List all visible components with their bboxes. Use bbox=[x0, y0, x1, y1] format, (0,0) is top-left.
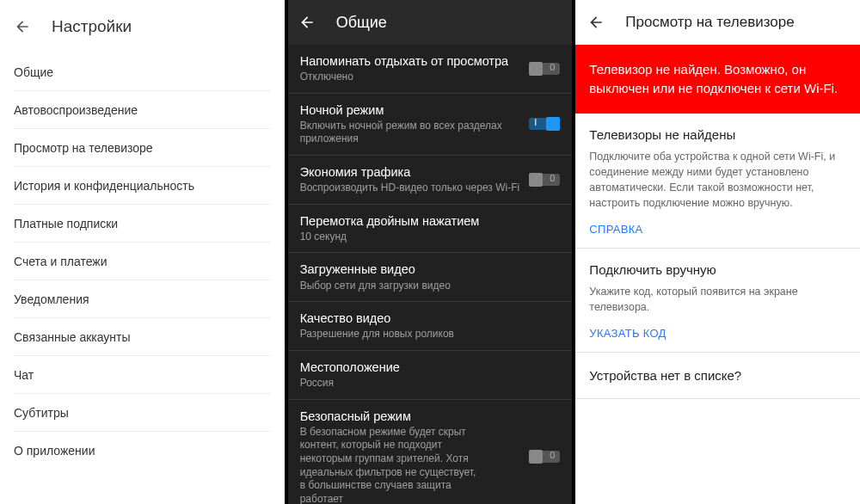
setting-sub: Включить ночной режим во всех разделах п… bbox=[300, 120, 523, 146]
header: Просмотр на телевизоре bbox=[575, 0, 860, 45]
general-settings-screen: Общие Напоминать отдыхать от просмотра О… bbox=[288, 0, 573, 504]
list-item-label: Общие bbox=[14, 65, 53, 79]
settings-item-autoplay[interactable]: Автовоспроизведение bbox=[14, 91, 271, 129]
section-desc: Подключите оба устройства к одной сети W… bbox=[589, 149, 846, 212]
list-item-label: История и конфиденциальность bbox=[14, 179, 194, 193]
manual-connect-section: Подключить вручную Укажите код, который … bbox=[575, 249, 860, 353]
settings-screen: Настройки Общие Автовоспроизведение Прос… bbox=[0, 0, 285, 504]
setting-label: Качество видео bbox=[300, 310, 561, 326]
setting-label: Местоположение bbox=[300, 360, 561, 375]
setting-sub: Выбор сети для загрузки видео bbox=[300, 280, 561, 293]
setting-double-tap-seek[interactable]: Перемотка двойным нажатием 10 секунд bbox=[288, 205, 573, 254]
list-item-label: Связанные аккаунты bbox=[14, 330, 131, 344]
general-settings-list: Напоминать отдыхать от просмотра Отключе… bbox=[288, 45, 573, 504]
page-title: Просмотр на телевизоре bbox=[625, 14, 794, 31]
settings-item-history[interactable]: История и конфиденциальность bbox=[14, 167, 271, 205]
setting-label: Перемотка двойным нажатием bbox=[300, 213, 561, 229]
toggle-switch[interactable] bbox=[529, 174, 560, 186]
setting-dark-theme[interactable]: Ночной режим Включить ночной режим во вс… bbox=[288, 94, 573, 156]
settings-item-chat[interactable]: Чат bbox=[14, 356, 271, 394]
settings-item-accounts[interactable]: Связанные аккаунты bbox=[14, 318, 271, 356]
page-title: Общие bbox=[336, 14, 387, 32]
list-item-label: Уведомления bbox=[14, 292, 89, 306]
section-desc: Укажите код, который появится на экране … bbox=[589, 284, 846, 315]
setting-label: Безопасный режим bbox=[300, 409, 523, 424]
settings-item-billing[interactable]: Счета и платежи bbox=[14, 243, 271, 280]
setting-restricted-mode[interactable]: Безопасный режим В безопасном режиме буд… bbox=[288, 400, 573, 504]
setting-location[interactable]: Местоположение Россия bbox=[288, 351, 573, 400]
list-item-label: Счета и платежи bbox=[14, 255, 108, 268]
list-item-label: Субтитры bbox=[14, 406, 69, 420]
list-item-label: Платные подписки bbox=[14, 217, 118, 230]
list-item-label: Просмотр на телевизоре bbox=[14, 141, 153, 155]
settings-item-notifications[interactable]: Уведомления bbox=[14, 280, 271, 318]
header: Настройки bbox=[0, 0, 285, 53]
setting-data-saving[interactable]: Экономия трафика Воспроизводить HD-видео… bbox=[288, 156, 573, 205]
toggle-switch[interactable] bbox=[529, 63, 560, 75]
list-item-label: О приложении bbox=[14, 444, 95, 458]
settings-item-about[interactable]: О приложении bbox=[14, 432, 271, 470]
tv-cast-screen: Просмотр на телевизоре Телевизор не найд… bbox=[575, 0, 860, 504]
help-link[interactable]: СПРАВКА bbox=[589, 223, 846, 236]
enter-code-link[interactable]: УКАЗАТЬ КОД bbox=[589, 327, 846, 340]
back-icon[interactable] bbox=[587, 14, 605, 31]
setting-downloads[interactable]: Загруженные видео Выбор сети для загрузк… bbox=[288, 253, 573, 302]
list-item-label: Автовоспроизведение bbox=[14, 103, 138, 117]
section-title: Подключить вручную bbox=[589, 262, 846, 277]
setting-sub: Отключено bbox=[300, 71, 523, 84]
page-title: Настройки bbox=[52, 17, 132, 36]
no-tv-section: Телевизоры не найдены Подключите оба уст… bbox=[575, 114, 860, 249]
setting-sub: 10 секунд bbox=[300, 230, 561, 244]
setting-label: Ночной режим bbox=[300, 102, 523, 118]
setting-label: Напоминать отдыхать от просмотра bbox=[300, 53, 523, 69]
setting-sub: Воспроизводить HD-видео только через Wi-… bbox=[300, 181, 523, 195]
settings-item-paid[interactable]: Платные подписки bbox=[14, 205, 271, 243]
settings-item-tv[interactable]: Просмотр на телевизоре bbox=[14, 129, 271, 167]
setting-remind-break[interactable]: Напоминать отдыхать от просмотра Отключе… bbox=[288, 45, 573, 94]
toggle-switch[interactable] bbox=[529, 118, 560, 130]
device-not-listed-row[interactable]: Устройства нет в списке? bbox=[575, 353, 860, 399]
settings-item-captions[interactable]: Субтитры bbox=[14, 394, 271, 432]
row-label: Устройства нет в списке? bbox=[589, 368, 741, 383]
error-banner: Телевизор не найден. Возможно, он выключ… bbox=[575, 45, 860, 114]
settings-item-general[interactable]: Общие bbox=[14, 53, 271, 91]
setting-sub: В безопасном режиме будет скрыт контент,… bbox=[300, 426, 481, 504]
setting-video-quality[interactable]: Качество видео Разрешение для новых роли… bbox=[288, 302, 573, 351]
section-title: Телевизоры не найдены bbox=[589, 127, 846, 142]
setting-sub: Разрешение для новых роликов bbox=[300, 328, 561, 341]
header: Общие bbox=[288, 0, 573, 45]
setting-label: Загруженные видео bbox=[300, 261, 561, 277]
back-icon[interactable] bbox=[298, 14, 316, 31]
back-icon[interactable] bbox=[14, 18, 31, 35]
toggle-switch[interactable] bbox=[529, 451, 560, 463]
settings-list: Общие Автовоспроизведение Просмотр на те… bbox=[0, 53, 285, 470]
setting-sub: Россия bbox=[300, 377, 561, 390]
list-item-label: Чат bbox=[14, 368, 34, 382]
setting-label: Экономия трафика bbox=[300, 164, 523, 180]
